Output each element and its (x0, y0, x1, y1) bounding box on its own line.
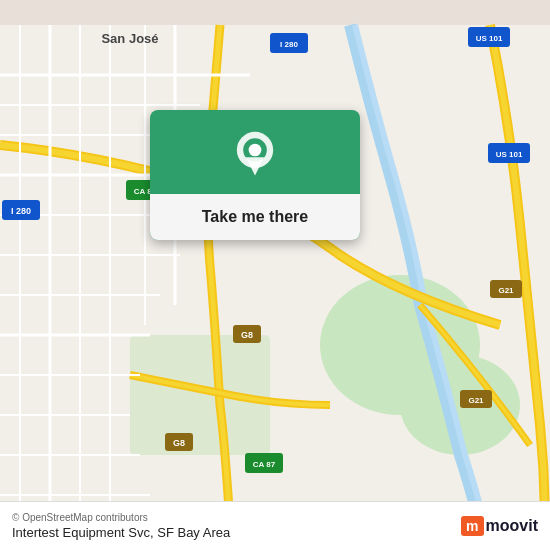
svg-text:US 101: US 101 (476, 34, 503, 43)
svg-text:CA 87: CA 87 (253, 460, 276, 469)
svg-text:G21: G21 (468, 396, 484, 405)
moovit-m-icon: m (461, 516, 483, 536)
moovit-logo: m moovit (461, 516, 538, 536)
map-container: I 280 CA 87 I 280 US 101 US 101 G8 G8 G2… (0, 0, 550, 550)
bottom-left-info: © OpenStreetMap contributors Intertest E… (12, 512, 230, 540)
svg-text:G21: G21 (498, 286, 514, 295)
take-me-there-button[interactable]: Take me there (150, 194, 360, 240)
svg-text:I 280: I 280 (280, 40, 298, 49)
svg-point-45 (249, 144, 262, 157)
attribution-text: © OpenStreetMap contributors (12, 512, 230, 523)
svg-text:San José: San José (101, 31, 158, 46)
bottom-bar: © OpenStreetMap contributors Intertest E… (0, 501, 550, 550)
svg-text:G8: G8 (173, 438, 185, 448)
popup-card: Take me there (150, 110, 360, 240)
location-pin-icon (230, 130, 280, 180)
moovit-wordmark: moovit (486, 517, 538, 535)
svg-text:G8: G8 (241, 330, 253, 340)
svg-text:US 101: US 101 (496, 150, 523, 159)
svg-text:I 280: I 280 (11, 206, 31, 216)
location-name: Intertest Equipment Svc, SF Bay Area (12, 525, 230, 540)
